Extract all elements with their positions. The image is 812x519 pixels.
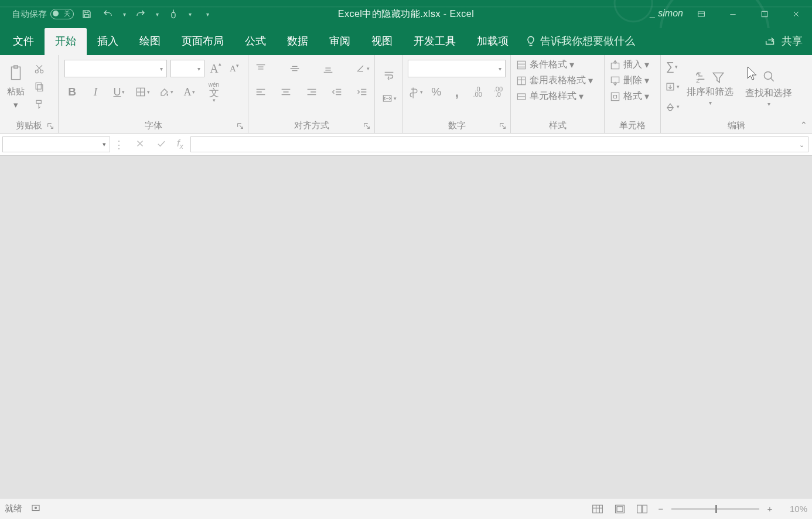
tab-draw[interactable]: 绘图 (129, 28, 171, 55)
tab-view[interactable]: 视图 (361, 28, 403, 55)
view-page-layout-icon[interactable] (612, 503, 628, 515)
cut-icon[interactable] (32, 62, 47, 76)
enter-icon[interactable] (156, 138, 166, 151)
merge-cells-icon[interactable]: ▾ (381, 91, 397, 106)
redo-icon[interactable] (132, 6, 149, 22)
dialog-launcher-icon[interactable] (363, 122, 371, 130)
find-select-button[interactable]: 查找和选择 ▾ (741, 66, 797, 107)
window-controls (685, 0, 812, 28)
redo-dropdown-icon[interactable] (153, 6, 161, 22)
paste-label: 粘贴 (7, 86, 25, 97)
number-format-select[interactable]: ▾ (408, 60, 506, 77)
comma-icon[interactable]: , (449, 84, 464, 100)
paste-button[interactable]: 粘贴 ▾ (4, 62, 28, 111)
view-normal-icon[interactable] (589, 503, 606, 515)
dialog-launcher-icon[interactable] (236, 122, 244, 130)
tab-insert[interactable]: 插入 (87, 28, 129, 55)
tab-developer[interactable]: 开发工具 (403, 28, 466, 55)
fill-color-icon[interactable]: ▾ (158, 84, 173, 100)
undo-icon[interactable] (100, 6, 116, 22)
touch-dropdown-icon[interactable] (186, 6, 193, 22)
font-color-icon[interactable]: A▾ (182, 84, 197, 100)
titlebar: 自动保存 Excel中的隐藏功能.xlsx - Excel _ simon (0, 0, 812, 28)
macro-record-icon[interactable] (30, 503, 41, 515)
account-name[interactable]: _ simon (650, 8, 683, 19)
share-button[interactable]: 共享 (764, 34, 812, 55)
align-left-icon[interactable] (253, 84, 268, 100)
decrease-indent-icon[interactable] (329, 84, 344, 100)
cell-styles-button[interactable]: 单元格样式▾ (516, 90, 599, 103)
align-middle-icon[interactable] (287, 61, 302, 76)
conditional-formatting-button[interactable]: 条件格式▾ (516, 59, 599, 71)
zoom-level[interactable]: 10% (780, 504, 807, 514)
sort-filter-button[interactable]: AZ 排序和筛选 ▾ (682, 67, 738, 106)
font-size-select[interactable]: ▾ (170, 60, 204, 77)
increase-decimal-icon[interactable]: .0.00 (470, 84, 485, 100)
zoom-out-button[interactable]: − (656, 504, 666, 514)
zoom-slider[interactable] (671, 508, 759, 510)
svg-rect-1 (698, 12, 705, 16)
autosum-icon[interactable]: ∑▾ (664, 59, 680, 74)
shrink-font-icon[interactable]: A▾ (227, 61, 242, 76)
tab-data[interactable]: 数据 (277, 28, 319, 55)
format-painter-icon[interactable] (32, 97, 47, 111)
close-icon[interactable] (780, 0, 812, 28)
cancel-icon[interactable] (135, 138, 145, 151)
ribbon-options-icon[interactable] (685, 0, 717, 28)
collapse-ribbon-icon[interactable]: ⌃ (800, 120, 807, 129)
minimize-icon[interactable] (717, 0, 749, 28)
decrease-decimal-icon[interactable]: .00.0 (491, 84, 506, 100)
orientation-icon[interactable]: ▾ (354, 61, 370, 76)
expand-formula-bar-icon[interactable]: ⌄ (799, 141, 804, 148)
font-name-select[interactable]: ▾ (64, 60, 167, 77)
dialog-launcher-icon[interactable] (499, 122, 507, 130)
undo-dropdown-icon[interactable] (121, 6, 128, 22)
svg-rect-7 (37, 84, 43, 91)
dialog-launcher-icon[interactable] (46, 122, 54, 130)
tab-page-layout[interactable]: 页面布局 (171, 28, 234, 55)
maximize-icon[interactable] (749, 0, 780, 28)
wrap-text-icon[interactable] (381, 67, 397, 83)
copy-icon[interactable] (32, 80, 47, 94)
tab-file[interactable]: 文件 (2, 28, 45, 55)
format-as-table-button[interactable]: 套用表格格式▾ (516, 74, 599, 87)
name-box[interactable]: ▾ (2, 136, 110, 152)
borders-icon[interactable]: ▾ (135, 84, 150, 100)
accounting-format-icon[interactable]: ▾ (408, 84, 423, 100)
svg-rect-0 (84, 15, 89, 18)
bold-icon[interactable]: B (64, 84, 80, 100)
group-styles-label: 样式 (511, 118, 604, 133)
autosave-switch-icon (50, 9, 74, 19)
tab-addins[interactable]: 加载项 (466, 28, 519, 55)
svg-rect-2 (762, 11, 767, 16)
align-right-icon[interactable] (304, 84, 319, 100)
align-bottom-icon[interactable] (320, 61, 336, 76)
tell-me[interactable]: 告诉我你想要做什么 (525, 34, 635, 55)
align-center-icon[interactable] (278, 84, 294, 100)
formula-bar-resizer[interactable] (110, 134, 128, 155)
percent-icon[interactable]: % (429, 84, 443, 100)
formula-input[interactable]: ⌄ (190, 136, 808, 152)
save-icon[interactable] (79, 6, 95, 22)
autosave-toggle[interactable]: 自动保存 (12, 9, 74, 20)
insert-cells-button[interactable]: 插入▾ (609, 59, 656, 71)
clear-icon[interactable]: ▾ (664, 99, 680, 114)
italic-icon[interactable]: I (88, 84, 103, 100)
worksheet-area[interactable] (0, 156, 812, 498)
touch-mode-icon[interactable] (165, 6, 182, 22)
phonetic-guide-icon[interactable]: wén 文 ▾ (205, 84, 223, 100)
delete-cells-button[interactable]: 删除▾ (609, 74, 656, 87)
zoom-in-button[interactable]: + (765, 504, 775, 514)
insert-function-icon[interactable]: fx (177, 138, 183, 151)
format-cells-button[interactable]: 格式▾ (609, 90, 656, 103)
tab-formulas[interactable]: 公式 (234, 28, 277, 55)
align-top-icon[interactable] (253, 61, 268, 76)
tab-home[interactable]: 开始 (45, 28, 87, 55)
underline-icon[interactable]: U▾ (111, 84, 127, 100)
grow-font-icon[interactable]: A▴ (208, 61, 223, 76)
qat-customize-icon[interactable] (204, 6, 211, 22)
increase-indent-icon[interactable] (354, 84, 370, 100)
tab-review[interactable]: 审阅 (319, 28, 361, 55)
view-page-break-icon[interactable] (634, 503, 650, 515)
fill-icon[interactable]: ▾ (664, 79, 680, 94)
